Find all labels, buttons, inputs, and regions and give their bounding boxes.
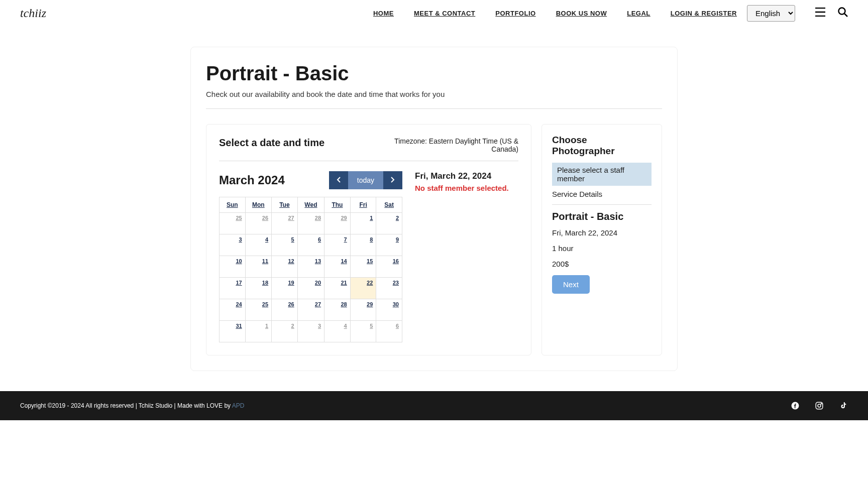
calendar-day-cell[interactable]: 31: [220, 321, 246, 342]
calendar-day-cell[interactable]: 11: [245, 256, 271, 278]
calendar-day-cell[interactable]: 21: [324, 278, 351, 299]
calendar-header: March 2024 today: [219, 171, 402, 189]
calendar-day-cell[interactable]: 15: [350, 256, 376, 278]
calendar-day-cell[interactable]: 6: [376, 321, 402, 342]
page-subtitle: Check out our availability and book the …: [206, 90, 662, 109]
calendar-day-cell[interactable]: 1: [350, 213, 376, 234]
social-icons: [791, 401, 848, 410]
footer: Copyright ©2019 - 2024 All rights reserv…: [0, 391, 868, 420]
nav-login-register[interactable]: LOGIN & REGISTER: [671, 10, 737, 17]
month-year: March 2024: [219, 173, 285, 187]
calendar-day-cell[interactable]: 19: [272, 278, 298, 299]
calendar: March 2024 today: [219, 171, 402, 342]
date-info: Fri, March 22, 2024 No staff member sele…: [415, 171, 518, 342]
sidebar-panel: Choose Photographer Please select a staf…: [541, 124, 662, 355]
page-title: Portrait - Basic: [206, 62, 662, 85]
calendar-day-cell[interactable]: 9: [376, 234, 402, 256]
calendar-grid: SunMonTueWedThuFriSat 252627282912345678…: [219, 197, 402, 342]
calendar-day-cell[interactable]: 4: [324, 321, 351, 342]
main-content: Portrait - Basic Check out our availabil…: [190, 47, 678, 371]
no-staff-warning: No staff member selected.: [415, 184, 518, 192]
calendar-day-cell[interactable]: 1: [245, 321, 271, 342]
header-icons: [815, 7, 848, 20]
calendar-day-cell[interactable]: 20: [297, 278, 324, 299]
select-date-title: Select a date and time: [219, 137, 324, 149]
service-date: Fri, March 22, 2024: [552, 228, 652, 237]
calendar-day-cell[interactable]: 4: [245, 234, 271, 256]
calendar-day-cell[interactable]: 3: [297, 321, 324, 342]
tiktok-icon[interactable]: [839, 401, 848, 410]
choose-photographer-title: Choose Photographer: [552, 135, 652, 157]
calendar-day-cell[interactable]: 2: [376, 213, 402, 234]
calendar-day-cell[interactable]: 28: [297, 213, 324, 234]
instagram-icon[interactable]: [815, 401, 824, 410]
booking-content: Select a date and time Timezone: Eastern…: [206, 124, 662, 355]
calendar-nav: today: [329, 171, 402, 189]
calendar-day-cell[interactable]: 8: [350, 234, 376, 256]
prev-month-button[interactable]: [329, 171, 348, 189]
calendar-day-cell[interactable]: 12: [272, 256, 298, 278]
nav-legal[interactable]: LEGAL: [627, 10, 650, 17]
calendar-day-cell[interactable]: 27: [272, 213, 298, 234]
service-duration: 1 hour: [552, 244, 652, 253]
nav-meet-contact[interactable]: MEET & CONTACT: [414, 10, 475, 17]
calendar-day-cell[interactable]: 5: [272, 234, 298, 256]
next-button[interactable]: Next: [552, 275, 590, 294]
calendar-day-cell[interactable]: 27: [297, 299, 324, 321]
selected-date-label: Fri, March 22, 2024: [415, 171, 518, 181]
calendar-day-header: Wed: [297, 197, 324, 213]
timezone-label: Timezone: Eastern Daylight Time (US & Ca…: [388, 137, 518, 153]
svg-point-0: [839, 8, 845, 15]
nav-portfolio[interactable]: PORTFOLIO: [495, 10, 535, 17]
calendar-day-cell[interactable]: 13: [297, 256, 324, 278]
menu-icon[interactable]: [815, 8, 825, 19]
facebook-icon[interactable]: [791, 401, 800, 410]
next-month-button[interactable]: [383, 171, 402, 189]
nav-home[interactable]: HOME: [373, 10, 394, 17]
calendar-day-cell[interactable]: 28: [324, 299, 351, 321]
calendar-day-cell[interactable]: 30: [376, 299, 402, 321]
today-button[interactable]: today: [348, 171, 383, 189]
copyright: Copyright ©2019 - 2024 All rights reserv…: [20, 402, 244, 409]
nav-book-us[interactable]: BOOK US NOW: [556, 10, 607, 17]
calendar-day-cell[interactable]: 23: [376, 278, 402, 299]
language-select[interactable]: English: [747, 5, 795, 22]
calendar-day-cell[interactable]: 29: [324, 213, 351, 234]
service-name: Portrait - Basic: [552, 211, 652, 222]
calendar-day-cell[interactable]: 26: [272, 299, 298, 321]
calendar-day-header: Fri: [350, 197, 376, 213]
calendar-day-cell[interactable]: 24: [220, 299, 246, 321]
svg-point-3: [821, 403, 822, 404]
staff-select-placeholder[interactable]: Please select a staff member: [552, 163, 652, 186]
calendar-day-cell[interactable]: 17: [220, 278, 246, 299]
calendar-day-cell[interactable]: 26: [245, 213, 271, 234]
footer-credit-link[interactable]: APD: [232, 402, 245, 409]
chevron-right-icon: [391, 177, 395, 183]
service-details-label: Service Details: [552, 190, 652, 205]
calendar-day-cell[interactable]: 18: [245, 278, 271, 299]
calendar-day-header: Mon: [245, 197, 271, 213]
logo[interactable]: tchiiz: [20, 7, 46, 20]
header: tchiiz HOME MEET & CONTACT PORTFOLIO BOO…: [0, 0, 868, 27]
service-price: 200$: [552, 260, 652, 268]
calendar-day-header: Sun: [220, 197, 246, 213]
calendar-day-cell[interactable]: 16: [376, 256, 402, 278]
calendar-day-cell[interactable]: 10: [220, 256, 246, 278]
calendar-day-cell[interactable]: 7: [324, 234, 351, 256]
calendar-day-header: Tue: [272, 197, 298, 213]
calendar-day-cell[interactable]: 14: [324, 256, 351, 278]
chevron-left-icon: [337, 177, 341, 183]
svg-point-2: [818, 404, 821, 407]
main-nav: HOME MEET & CONTACT PORTFOLIO BOOK US NO…: [373, 10, 737, 17]
calendar-section: March 2024 today: [219, 171, 518, 342]
calendar-day-cell[interactable]: 25: [220, 213, 246, 234]
calendar-day-cell[interactable]: 6: [297, 234, 324, 256]
calendar-day-cell[interactable]: 22: [350, 278, 376, 299]
calendar-day-cell[interactable]: 2: [272, 321, 298, 342]
search-icon[interactable]: [838, 7, 848, 20]
calendar-day-header: Thu: [324, 197, 351, 213]
calendar-day-cell[interactable]: 3: [220, 234, 246, 256]
calendar-day-cell[interactable]: 29: [350, 299, 376, 321]
calendar-day-cell[interactable]: 25: [245, 299, 271, 321]
calendar-day-cell[interactable]: 5: [350, 321, 376, 342]
